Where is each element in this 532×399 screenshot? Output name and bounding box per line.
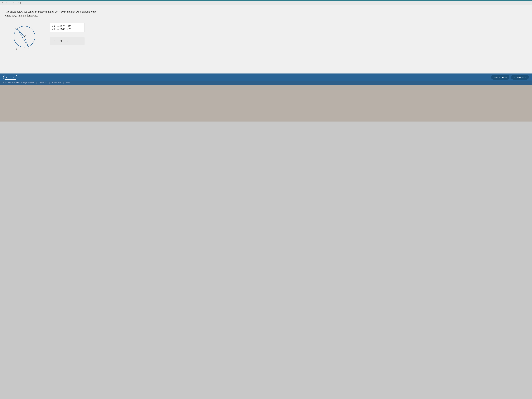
svg-text:R: R: [15, 28, 17, 30]
sep3: |: [63, 82, 63, 84]
clear-button[interactable]: ×: [53, 39, 57, 43]
part-b-label: (b): [52, 28, 56, 30]
problem-text: The circle below has center P. Suppose t…: [5, 9, 124, 18]
content-row: P R Q S: [5, 21, 527, 56]
svg-text:Q: Q: [28, 48, 29, 50]
sep1: |: [36, 82, 37, 84]
terms-of-use-link[interactable]: Terms of Use: [39, 82, 47, 84]
part-a-formula: m ∠QPR = 54 °: [57, 25, 71, 27]
answers-section: (a) m ∠QPR = 54 ° (b) m ∠RQS = 27 ° × ↺ …: [50, 23, 84, 45]
sep2: |: [49, 82, 50, 84]
undo-button[interactable]: ↺: [59, 39, 63, 43]
accessibility-link[interactable]: Acces...: [66, 82, 71, 84]
diagram-area: P R Q S: [5, 21, 42, 56]
problem-text-tangent: is tangent to the: [80, 10, 96, 13]
problem-text-line2: circle at Q. Find the following.: [5, 14, 38, 17]
action-buttons-box: × ↺ ?: [50, 37, 84, 45]
answer-row-b: (b) m ∠RQS = 27 °: [52, 28, 82, 30]
part-b-formula: m ∠RQS = 27 °: [57, 28, 71, 30]
qs-overline: QS: [76, 10, 79, 13]
circle-diagram: P R Q S: [5, 21, 41, 56]
bottom-area: [0, 85, 532, 121]
svg-text:P: P: [25, 35, 26, 37]
arc-qr: ⌢ QR: [55, 9, 58, 14]
footer-right: Save For Later Submit Assign: [491, 75, 529, 80]
continue-button[interactable]: Continue: [3, 75, 17, 80]
help-button[interactable]: ?: [66, 39, 69, 43]
top-bar: [0, 0, 532, 1]
answer-row-a: (a) m ∠QPR = 54 °: [52, 25, 82, 27]
question-label: Question 10 of 20 (1 point): [2, 2, 21, 4]
svg-line-7: [17, 29, 24, 37]
problem-text-line1: The circle below has center P. Suppose t…: [5, 10, 54, 13]
copyright-text: © 2022 McGraw Hill LLC. All Rights Reser…: [3, 82, 34, 84]
part-a-label: (a): [52, 25, 56, 27]
problem-text-mid: = 108° and that: [59, 10, 76, 13]
footer-bar: Continue Save For Later Submit Assign: [0, 74, 532, 81]
privacy-center-link[interactable]: Privacy Center: [52, 82, 61, 84]
svg-line-8: [24, 37, 28, 47]
copyright-bar: © 2022 McGraw Hill LLC. All Rights Reser…: [0, 81, 532, 85]
submit-assign-button[interactable]: Submit Assign: [511, 75, 529, 80]
answer-box: (a) m ∠QPR = 54 ° (b) m ∠RQS = 27 °: [50, 23, 84, 32]
question-header: Question 10 of 20 (1 point): [0, 1, 532, 5]
main-content: The circle below has center P. Suppose t…: [0, 5, 532, 74]
svg-line-9: [17, 29, 28, 47]
save-for-later-button[interactable]: Save For Later: [491, 75, 509, 80]
svg-text:S: S: [16, 48, 17, 50]
